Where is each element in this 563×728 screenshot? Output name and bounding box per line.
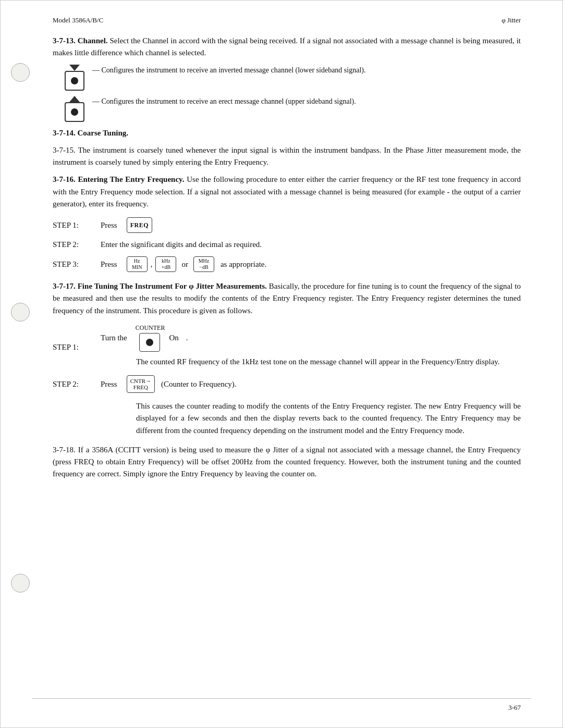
- step-1-action: Press: [101, 221, 117, 230]
- page-header: Model 3586A/B/C φ Jitter: [53, 16, 521, 24]
- header-model: Model 3586A/B/C: [53, 16, 103, 24]
- triangle-down-icon: [69, 65, 80, 71]
- section-318-para: 3-7-18. If a 3586A (CCITT version) is be…: [53, 444, 521, 480]
- mhz-key-bot: −dB: [199, 264, 208, 270]
- section-313-para: 3-7-13. Channel. Select the Channel in a…: [53, 35, 521, 59]
- mhz-db-key[interactable]: MHz −dB: [193, 256, 214, 272]
- freq-key[interactable]: FREQ: [127, 217, 152, 233]
- comma-separator: ,: [151, 260, 153, 269]
- turn-on-row: Turn the COUNTER On .: [101, 324, 188, 352]
- step-2-label: STEP 2:: [53, 240, 94, 249]
- erect-channel-icon: [63, 96, 86, 122]
- cntr-key-bot: FREQ: [133, 384, 148, 390]
- counter-dot-icon: [146, 339, 153, 346]
- section-315-para: 3-7-15. The instrument is coarsely tuned…: [53, 144, 521, 169]
- hz-key-top: Hz: [134, 258, 140, 264]
- step-317-1-label: STEP 1:: [53, 343, 94, 352]
- period-text: .: [186, 334, 188, 342]
- page-footer: 3-67: [508, 704, 521, 712]
- channel-button-1: [65, 71, 84, 91]
- bottom-rule: [32, 698, 531, 699]
- counter-label: COUNTER: [136, 324, 165, 332]
- main-content: 3-7-13. Channel. Select the Channel in a…: [53, 35, 521, 480]
- cntr-freq-key[interactable]: CNTR→ FREQ: [127, 375, 155, 393]
- dot-icon: [71, 77, 78, 84]
- icon-1-desc: — Configures the instrument to receive a…: [92, 65, 521, 76]
- step-317-2-row: STEP 2: Press CNTR→ FREQ (Counter to Fre…: [53, 375, 521, 393]
- step-1-label: STEP 1:: [53, 221, 94, 230]
- triangle-up-icon: [69, 96, 80, 102]
- section-313-text: Select the Channel in accord with the si…: [53, 36, 521, 57]
- on-text: On: [169, 334, 178, 342]
- section-317-heading: 3-7-17. Fine Tuning The Instrument For φ…: [53, 282, 267, 290]
- step-2-action: Enter the significant digits and decimal…: [101, 240, 262, 249]
- channel-icon-row-2: — Configures the instrument to receive a…: [63, 96, 521, 122]
- step-317-2-detail-text: This causes the counter reading to modif…: [136, 400, 521, 437]
- step-317-2-detail: This causes the counter reading to modif…: [136, 400, 521, 437]
- or-text: or: [181, 260, 188, 269]
- step-317-1-row: STEP 1: Turn the COUNTER On .: [53, 324, 521, 352]
- khz-key-top: kHz: [162, 258, 170, 264]
- as-appropriate-text: as appropriate.: [221, 260, 266, 269]
- channel-icon-row-1: — Configures the instrument to receive a…: [63, 65, 521, 91]
- hole-punch-top: [11, 63, 30, 82]
- step-3-row: STEP 3: Press Hz MIN , kHz +dB or MHz −d…: [53, 256, 521, 272]
- step-3-keys: Hz MIN , kHz +dB or MHz −dB as appropria…: [127, 256, 267, 272]
- section-314-label: 3-7-14. Coarse Tuning.: [53, 129, 128, 137]
- step-317-1-detail-text: The counted RF frequency of the 1kHz tes…: [136, 356, 521, 368]
- section-316-para: 3-7-16. Entering The Entry Frequency. Us…: [53, 174, 521, 210]
- inverted-channel-icon: [63, 65, 86, 91]
- step-1-row: STEP 1: Press FREQ: [53, 217, 521, 233]
- section-316-heading: 3-7-16. Entering The Entry Frequency.: [53, 175, 185, 183]
- page-number: 3-67: [508, 704, 521, 711]
- channel-icons: — Configures the instrument to receive a…: [63, 65, 521, 122]
- step-317-2-press: Press: [101, 380, 117, 389]
- section-314-heading: 3-7-14. Coarse Tuning.: [53, 127, 521, 139]
- turn-the-text: Turn the: [101, 334, 127, 342]
- step-3-label: STEP 3:: [53, 260, 94, 269]
- khz-key-bot: +dB: [162, 264, 170, 270]
- header-section: φ Jitter: [501, 16, 521, 24]
- mhz-key-top: MHz: [199, 258, 210, 264]
- counter-button[interactable]: [139, 333, 160, 352]
- counter-to-freq-text: (Counter to Frequency).: [161, 380, 237, 389]
- step-3-action: Press: [101, 260, 117, 269]
- section-317-para: 3-7-17. Fine Tuning The Instrument For φ…: [53, 280, 521, 317]
- step-317-2-label: STEP 2:: [53, 380, 94, 389]
- hole-punch-mid: [11, 303, 30, 322]
- khz-db-key[interactable]: kHz +dB: [155, 256, 176, 272]
- section-313-heading: 3-7-13. Channel.: [53, 36, 108, 45]
- hz-min-key[interactable]: Hz MIN: [127, 256, 148, 272]
- hz-key-bot: MIN: [132, 264, 142, 270]
- icon-2-desc: — Configures the instrument to receive a…: [92, 96, 521, 107]
- dot-icon-2: [71, 108, 78, 116]
- channel-button-2: [65, 102, 84, 122]
- freq-key-label: FREQ: [130, 221, 149, 229]
- step-317-1-detail: The counted RF frequency of the 1kHz tes…: [136, 356, 521, 368]
- step-2-row: STEP 2: Enter the significant digits and…: [53, 240, 521, 249]
- hole-punch-bot: [11, 574, 30, 593]
- cntr-key-top: CNTR→: [130, 378, 151, 384]
